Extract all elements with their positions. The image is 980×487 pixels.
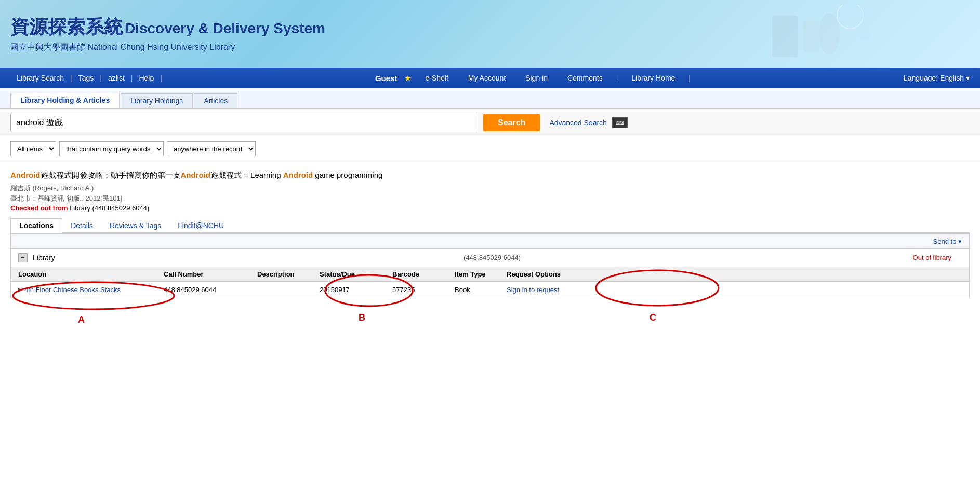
col-header-status: Status/Due <box>320 270 392 278</box>
header-banner: 資源探索系統 Discovery & Delivery System 國立中興大… <box>0 0 980 68</box>
nav-azlist[interactable]: azlist <box>102 68 131 88</box>
header-title-main: 資源探索系統 Discovery & Delivery System <box>10 15 325 40</box>
chevron-down-icon: ▾ <box>966 74 970 82</box>
checked-out-detail: Library (448.845029 6044) <box>70 204 149 212</box>
svg-rect-3 <box>772 16 798 57</box>
tab-library-holding-articles[interactable]: Library Holding & Articles <box>10 93 120 108</box>
col-header-request: Request Options <box>507 270 962 278</box>
nav-language[interactable]: Language: English <box>904 74 964 82</box>
col-header-barcode: Barcode <box>392 270 455 278</box>
nav-help[interactable]: Help <box>133 68 160 88</box>
nav-tags[interactable]: Tags <box>72 68 100 88</box>
header-title-zh: 資源探索系統 <box>10 16 123 37</box>
advanced-search-label: Advanced Search <box>549 119 607 127</box>
location-link[interactable]: ▶ 4th Floor Chinese Books Stacks <box>18 286 164 294</box>
header-decoration <box>668 5 876 68</box>
holdings-area: Send to ▾ − Library (448.845029 6044) Ou… <box>10 233 970 298</box>
result-title-text3: game programming <box>313 170 382 179</box>
result-title: Android遊戲程式開發攻略：動手撰寫你的第一支Android遊戲程式 = L… <box>10 169 970 181</box>
send-to-bar: Send to ▾ <box>11 234 969 249</box>
cell-location: ▶ 4th Floor Chinese Books Stacks <box>18 286 164 294</box>
nav-bar: Library Search | Tags | azlist | Help | … <box>0 68 980 88</box>
nav-right: Language: English ▾ <box>904 74 970 82</box>
table-header-row: Location Call Number Description Status/… <box>11 267 969 282</box>
keyboard-icon[interactable]: ⌨ <box>612 117 628 128</box>
result-title-highlight1: Android <box>10 170 41 179</box>
collapse-button[interactable]: − <box>18 253 28 262</box>
result-title-text2: 遊戲程式 = Learning <box>210 170 283 179</box>
cell-request: Sign in to request <box>507 286 962 294</box>
request-link[interactable]: Sign in to request <box>507 286 559 294</box>
col-header-description: Description <box>257 270 320 278</box>
header-title-block: 資源探索系統 Discovery & Delivery System 國立中興大… <box>10 15 325 53</box>
tab-library-holdings[interactable]: Library Holdings <box>121 93 193 108</box>
library-call-number: (448.845029 6044) <box>341 254 644 261</box>
cell-itemtype: Book <box>455 286 507 294</box>
search-tabs: Library Holding & Articles Library Holdi… <box>0 88 980 109</box>
result-author: 羅吉斯 (Rogers, Richard A.) <box>10 183 970 193</box>
result-area: Android遊戲程式開發攻略：動手撰寫你的第一支Android遊戲程式 = L… <box>0 161 980 307</box>
col-header-itemtype: Item Type <box>455 270 507 278</box>
cell-callnumber: 448.845029 6044 <box>164 286 257 294</box>
annotation-b-label: B <box>359 312 365 323</box>
filter-contain[interactable]: that contain my query words <box>59 141 164 156</box>
nav-sign-in[interactable]: Sign in <box>519 68 554 88</box>
nav-library-home[interactable]: Library Home <box>625 68 681 88</box>
filter-row: All items that contain my query words an… <box>0 137 980 161</box>
col-header-callnumber: Call Number <box>164 270 257 278</box>
nav-center: Guest ★ e-Shelf My Account Sign in Comme… <box>162 68 904 88</box>
col-header-location: Location <box>18 270 164 278</box>
tab-details[interactable]: Details <box>62 219 101 232</box>
annotation-c-label: C <box>650 312 656 323</box>
cell-barcode: 577235 <box>392 286 455 294</box>
nav-left: Library Search | Tags | azlist | Help | <box>10 68 162 88</box>
search-input[interactable] <box>10 114 478 131</box>
holdings-container: Send to ▾ − Library (448.845029 6044) Ou… <box>10 233 970 298</box>
tab-articles[interactable]: Articles <box>194 93 237 108</box>
filter-location[interactable]: anywhere in the record <box>167 141 256 156</box>
result-status: Checked out from Library (448.845029 604… <box>10 204 970 212</box>
cell-status: 20150917 <box>320 286 392 294</box>
svg-rect-4 <box>803 21 819 52</box>
header-subtitle-zh: 國立中興大學圖書館 <box>10 43 85 51</box>
location-name: 4th Floor Chinese Books Stacks <box>24 286 121 294</box>
nav-comments[interactable]: Comments <box>561 68 609 88</box>
nav-eshelf[interactable]: e-Shelf <box>419 68 454 88</box>
svg-point-2 <box>862 32 870 41</box>
header-subtitle: 國立中興大學圖書館 National Chung Hsing Universit… <box>10 42 325 53</box>
checked-out-label: Checked out from <box>10 204 68 212</box>
annotation-a-label: A <box>78 314 85 325</box>
nav-library-search[interactable]: Library Search <box>10 68 70 88</box>
library-out-of-library: Out of library <box>648 254 962 261</box>
result-title-highlight3: Android <box>283 170 313 179</box>
tab-reviews-tags[interactable]: Reviews & Tags <box>101 219 169 232</box>
search-bar-area: Search Advanced Search ⌨ <box>0 109 980 137</box>
library-name: Library <box>33 254 336 262</box>
result-title-text1: 遊戲程式開發攻略：動手撰寫你的第一支 <box>41 170 181 179</box>
tab-findit[interactable]: Findit@NCHU <box>169 219 232 232</box>
tab-locations[interactable]: Locations <box>10 218 62 233</box>
location-tabs: Locations Details Reviews & Tags Findit@… <box>10 218 970 233</box>
result-pub: 臺北市：基峰資訊 初版.. 2012[民101] <box>10 194 970 203</box>
svg-point-5 <box>819 13 840 55</box>
nav-star-icon: ★ <box>404 73 412 83</box>
location-arrow-icon: ▶ <box>18 286 22 293</box>
filter-item-type[interactable]: All items <box>10 141 56 156</box>
header-subtitle-en: National Chung Hsing University Library <box>87 43 235 51</box>
table-row: ▶ 4th Floor Chinese Books Stacks 448.845… <box>11 282 969 298</box>
search-button[interactable]: Search <box>483 114 540 131</box>
nav-my-account[interactable]: My Account <box>462 68 512 88</box>
result-title-highlight2: Android <box>181 170 211 179</box>
svg-point-1 <box>854 7 867 19</box>
advanced-search-link[interactable]: Advanced Search <box>549 119 607 127</box>
header-title-en: Discovery & Delivery System <box>125 20 325 36</box>
send-to-link[interactable]: Send to ▾ <box>933 238 962 245</box>
nav-guest-label: Guest <box>375 74 398 83</box>
library-header-row: − Library (448.845029 6044) Out of libra… <box>11 249 969 267</box>
